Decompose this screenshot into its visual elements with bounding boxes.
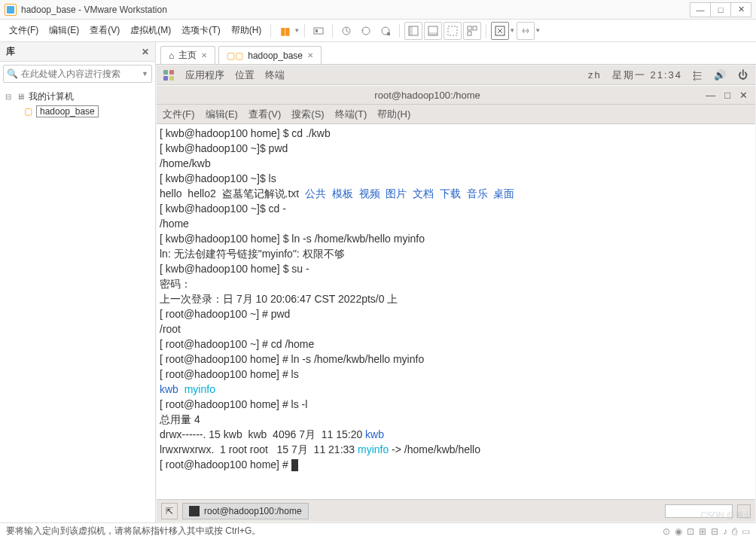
tab-vm-label: hadoop_base	[248, 50, 303, 61]
cd-icon[interactable]: ◉	[675, 526, 682, 537]
fullscreen-dropdown-icon[interactable]: ▼	[509, 27, 515, 34]
terminal-maximize-button[interactable]: □	[724, 90, 730, 101]
minimize-button[interactable]: —	[690, 2, 711, 17]
term-menu-view[interactable]: 查看(V)	[248, 108, 281, 121]
pause-dropdown-icon[interactable]: ▼	[294, 27, 300, 34]
view-single-button[interactable]	[404, 22, 422, 40]
svg-rect-9	[428, 32, 437, 35]
gnome-taskbar: ⇱ root@hadoop100:/home	[157, 499, 755, 522]
gnome-places[interactable]: 位置	[235, 69, 255, 82]
svg-rect-11	[468, 26, 471, 30]
gnome-lang[interactable]: zh	[588, 69, 602, 81]
term-menu-file[interactable]: 文件(F)	[163, 108, 195, 121]
search-icon: 🔍	[7, 69, 18, 79]
gnome-activities-icon[interactable]	[163, 69, 175, 81]
menu-help[interactable]: 帮助(H)	[227, 23, 267, 38]
svg-rect-10	[448, 26, 457, 35]
view-thumbnail-button[interactable]	[463, 22, 481, 40]
sidebar-close-button[interactable]: ✕	[142, 47, 149, 57]
tab-home-label: 主页	[178, 49, 197, 62]
menu-file[interactable]: 文件(F)	[5, 23, 43, 38]
term-menu-terminal[interactable]: 终端(T)	[335, 108, 367, 121]
status-device-icons: ⊙ ◉ ⊡ ⊞ ⊟ ♪ ⎙ ▭	[663, 526, 750, 537]
maximize-button[interactable]: □	[710, 2, 731, 17]
network-icon[interactable]: ⬱	[693, 69, 703, 81]
usb-icon[interactable]: ⊟	[711, 526, 718, 537]
stretch-dropdown-icon[interactable]: ▼	[535, 27, 541, 34]
tree-vm-hadoop-base[interactable]: hadoop_base	[0, 104, 155, 119]
gnome-apps[interactable]: 应用程序	[185, 69, 224, 82]
taskbar-terminal-item[interactable]: root@hadoop100:/home	[182, 503, 309, 519]
search-input[interactable]	[21, 69, 142, 79]
close-button[interactable]: ✕	[730, 2, 751, 17]
svg-rect-15	[163, 70, 168, 75]
workspace-icon[interactable]	[737, 504, 751, 518]
svg-rect-13	[468, 32, 471, 35]
taskbar-expand-button[interactable]: ⇱	[161, 503, 178, 519]
terminal-title: root@hadoop100:/home	[157, 90, 698, 101]
volume-icon[interactable]: 🔊	[714, 69, 727, 81]
library-sidebar: 库 ✕ 🔍 ▼ ⊟ 🖥 我的计算机 hadoop_base	[0, 42, 156, 522]
library-tree: ⊟ 🖥 我的计算机 hadoop_base	[0, 86, 155, 522]
vm-icon	[23, 106, 33, 117]
tab-vm-close[interactable]: ✕	[307, 51, 313, 59]
menu-tabs[interactable]: 选项卡(T)	[177, 23, 224, 38]
status-text: 要将输入定向到该虚拟机，请将鼠标指针移入其中或按 Ctrl+G。	[6, 525, 261, 537]
term-menu-help[interactable]: 帮助(H)	[377, 108, 410, 121]
gnome-clock: 星期一 21:34	[612, 69, 682, 82]
vm-screen[interactable]: 应用程序 位置 终端 zh 星期一 21:34 ⬱ 🔊 ⏻ root@hadoo…	[157, 65, 755, 522]
power-icon[interactable]: ⏻	[738, 69, 749, 81]
term-menu-edit[interactable]: 编辑(E)	[206, 108, 238, 121]
sound-icon[interactable]: ♪	[723, 526, 727, 537]
send-ctrl-alt-del-button[interactable]	[309, 22, 328, 40]
tree-root-label: 我的计算机	[29, 90, 74, 103]
svg-rect-5	[387, 32, 390, 35]
taskbar-terminal-label: root@hadoop100:/home	[204, 506, 302, 516]
view-console-button[interactable]	[424, 22, 442, 40]
tab-home[interactable]: ⌂ 主页 ✕	[160, 46, 215, 64]
pause-button[interactable]: ▮▮	[276, 22, 294, 40]
menu-vm[interactable]: 虚拟机(M)	[126, 23, 175, 38]
menu-view[interactable]: 查看(V)	[85, 23, 124, 38]
vm-icon: ▢	[227, 50, 243, 61]
home-icon: ⌂	[169, 50, 174, 61]
snapshot-button[interactable]	[337, 22, 355, 40]
collapse-icon[interactable]: ⊟	[5, 93, 12, 101]
stretch-button[interactable]	[517, 22, 535, 40]
svg-rect-18	[169, 76, 174, 81]
window-title: hadoop_base - VMware Workstation	[21, 5, 690, 15]
tab-home-close[interactable]: ✕	[201, 51, 207, 59]
snapshot-manager-button[interactable]	[376, 22, 395, 40]
svg-rect-7	[409, 26, 413, 35]
terminal-menubar: 文件(F) 编辑(E) 查看(V) 搜索(S) 终端(T) 帮助(H)	[157, 105, 755, 124]
view-unity-button[interactable]	[444, 22, 462, 40]
tabbar: ⌂ 主页 ✕ ▢ hadoop_base ✕	[156, 42, 756, 65]
terminal-titlebar: root@hadoop100:/home — □ ✕	[157, 85, 755, 105]
gnome-top-bar: 应用程序 位置 终端 zh 星期一 21:34 ⬱ 🔊 ⏻	[157, 65, 755, 85]
statusbar: 要将输入定向到该虚拟机，请将鼠标指针移入其中或按 Ctrl+G。 ⊙ ◉ ⊡ ⊞…	[0, 522, 756, 539]
term-menu-search[interactable]: 搜索(S)	[291, 108, 324, 121]
search-dropdown-icon[interactable]: ▼	[142, 70, 148, 78]
terminal-minimize-button[interactable]: —	[706, 90, 715, 101]
network-adapter-icon[interactable]: ⊞	[699, 526, 706, 537]
vmware-logo-icon	[5, 4, 17, 16]
window-titlebar: hadoop_base - VMware Workstation — □ ✕	[0, 0, 756, 20]
terminal-output[interactable]: [ kwb@hadoop100 home] $ cd ./kwb[ kwb@ha…	[157, 124, 755, 499]
tree-vm-label: hadoop_base	[36, 105, 99, 117]
svg-rect-16	[169, 70, 174, 75]
svg-rect-12	[473, 26, 477, 30]
revert-snapshot-button[interactable]	[357, 22, 375, 40]
tree-root-my-computer[interactable]: ⊟ 🖥 我的计算机	[0, 89, 155, 104]
disk-icon[interactable]: ⊙	[663, 526, 670, 537]
menubar: 文件(F) 编辑(E) 查看(V) 虚拟机(M) 选项卡(T) 帮助(H) ▮▮…	[0, 20, 756, 42]
printer-icon[interactable]: ⎙	[732, 526, 737, 537]
gnome-terminal[interactable]: 终端	[265, 69, 285, 82]
tab-hadoop-base[interactable]: ▢ hadoop_base ✕	[218, 46, 322, 64]
workspace-switcher[interactable]	[665, 504, 733, 518]
terminal-close-button[interactable]: ✕	[739, 90, 748, 101]
sidebar-search[interactable]: 🔍 ▼	[3, 65, 152, 83]
menu-edit[interactable]: 编辑(E)	[44, 23, 84, 38]
display-icon[interactable]: ▭	[742, 526, 750, 537]
floppy-icon[interactable]: ⊡	[687, 526, 694, 537]
fullscreen-button[interactable]	[491, 22, 509, 40]
